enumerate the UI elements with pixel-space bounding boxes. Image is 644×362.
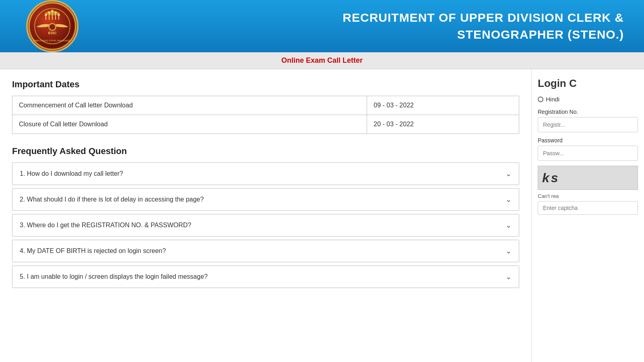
- password-input[interactable]: [538, 146, 638, 161]
- date-label-1: Commencement of Call letter Download: [12, 96, 367, 115]
- page-header: EMPLOYEES STATE INSURANCE ESIC RECRUITME…: [0, 0, 644, 52]
- faq-question-3[interactable]: 3. Where do I get the REGISTRATION NO. &…: [12, 214, 519, 236]
- hindi-radio[interactable]: [538, 97, 543, 102]
- esic-logo: EMPLOYEES STATE INSURANCE ESIC: [26, 0, 78, 52]
- captcha-image: ks: [538, 166, 638, 190]
- faq-item-2[interactable]: 2. What should I do if there is lot of d…: [12, 188, 519, 211]
- main-layout: Important Dates Commencement of Call let…: [0, 69, 644, 362]
- svg-point-5: [45, 14, 47, 16]
- svg-point-7: [51, 10, 54, 13]
- svg-point-6: [48, 11, 50, 14]
- faq-question-5[interactable]: 5. I am unable to login / screen display…: [12, 266, 519, 288]
- important-dates-title: Important Dates: [12, 79, 519, 90]
- chevron-down-icon-5: ⌄: [506, 272, 512, 281]
- chevron-down-icon-2: ⌄: [506, 195, 512, 204]
- date-row-2: Closure of Call letter Download 20 - 03 …: [12, 115, 519, 134]
- header-title: RECRUITMENT OF UPPER DIVISION CLERK & ST…: [93, 9, 632, 43]
- chevron-down-icon-4: ⌄: [506, 247, 512, 255]
- content-area: Important Dates Commencement of Call let…: [0, 69, 531, 362]
- hindi-label: Hindi: [546, 96, 559, 103]
- svg-text:EMPLOYEES STATE INSURANCE: EMPLOYEES STATE INSURANCE: [33, 39, 71, 42]
- svg-point-16: [50, 24, 55, 30]
- logo-container: EMPLOYEES STATE INSURANCE ESIC: [12, 4, 93, 48]
- cant-read-text: Can't rea: [538, 193, 638, 199]
- faq-title: Frequently Asked Question: [12, 146, 519, 156]
- chevron-down-icon-3: ⌄: [506, 221, 512, 230]
- subtitle-bar: Online Exam Call Letter: [0, 52, 644, 69]
- faq-item-1[interactable]: 1. How do I download my call letter? ⌄: [12, 162, 519, 185]
- faq-question-1[interactable]: 1. How do I download my call letter? ⌄: [12, 163, 519, 185]
- password-label: Password: [538, 137, 638, 144]
- login-title: Login C: [538, 77, 638, 90]
- date-value-2: 20 - 03 - 2022: [367, 115, 519, 134]
- faq-item-4[interactable]: 4. My DATE OF BIRTH is rejected on login…: [12, 240, 519, 262]
- language-option[interactable]: Hindi: [538, 96, 638, 103]
- captcha-text: ks: [542, 171, 560, 185]
- registration-label: Registration No.: [538, 109, 638, 115]
- dates-table: Commencement of Call letter Download 09 …: [12, 96, 519, 134]
- captcha-input[interactable]: [538, 201, 638, 215]
- svg-text:ESIC: ESIC: [48, 31, 57, 35]
- date-row-1: Commencement of Call letter Download 09 …: [12, 96, 519, 115]
- faq-section: Frequently Asked Question 1. How do I do…: [12, 146, 519, 288]
- date-label-2: Closure of Call letter Download: [12, 115, 367, 134]
- date-value-1: 09 - 03 - 2022: [367, 96, 519, 115]
- chevron-down-icon-1: ⌄: [506, 169, 512, 178]
- svg-point-9: [58, 14, 60, 16]
- login-panel: Login C Hindi Registration No. Password …: [531, 69, 644, 362]
- svg-point-8: [54, 11, 57, 14]
- faq-item-5[interactable]: 5. I am unable to login / screen display…: [12, 265, 519, 288]
- faq-question-4[interactable]: 4. My DATE OF BIRTH is rejected on login…: [12, 240, 519, 262]
- registration-input[interactable]: [538, 117, 638, 132]
- faq-question-2[interactable]: 2. What should I do if there is lot of d…: [12, 189, 519, 210]
- subtitle-text: Online Exam Call Letter: [281, 56, 363, 64]
- faq-item-3[interactable]: 3. Where do I get the REGISTRATION NO. &…: [12, 214, 519, 237]
